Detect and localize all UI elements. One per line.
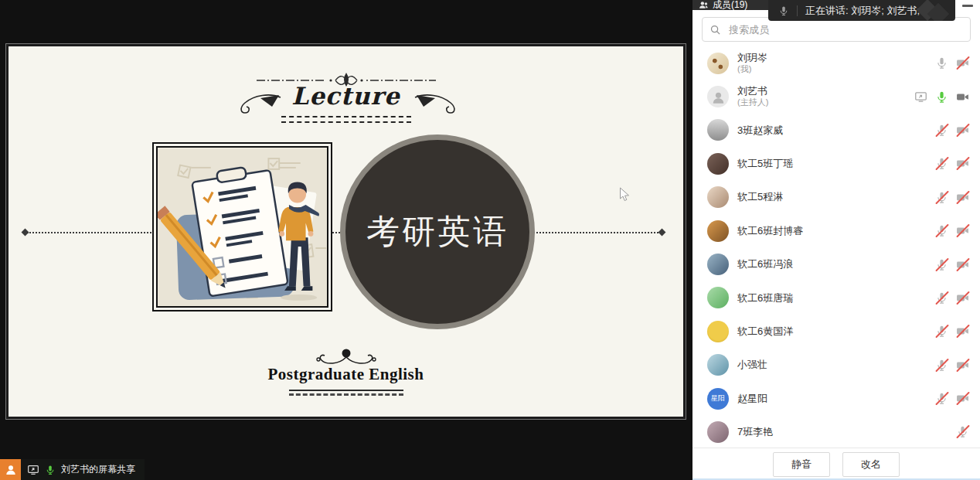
mic-muted-icon[interactable] bbox=[935, 325, 948, 338]
mic-muted-icon[interactable] bbox=[935, 191, 948, 204]
members-panel: 成员(19) 正在讲话: 刘玥岑; 刘艺书; 刘玥岑 (我) bbox=[692, 0, 980, 480]
member-name: 软工6黄国洋 bbox=[737, 325, 935, 338]
camera-off-icon[interactable] bbox=[956, 124, 969, 137]
mic-muted-icon[interactable] bbox=[935, 124, 948, 137]
member-name: 赵星阳 bbox=[737, 393, 935, 405]
participants-button[interactable] bbox=[0, 459, 21, 480]
presentation-slide: Lecture bbox=[6, 44, 686, 419]
camera-off-icon[interactable] bbox=[956, 56, 969, 70]
avatar bbox=[707, 421, 729, 443]
mic-muted-icon[interactable] bbox=[935, 291, 948, 305]
member-name: 软工6班唐瑞 bbox=[737, 292, 935, 305]
camera-off-icon[interactable] bbox=[956, 191, 969, 204]
mic-active-icon bbox=[45, 465, 56, 475]
screen-sharing-icon bbox=[914, 90, 927, 104]
member-row[interactable]: 软工6黄国洋 bbox=[692, 315, 980, 348]
members-header: 成员(19) bbox=[692, 0, 768, 10]
camera-off-icon[interactable] bbox=[956, 291, 969, 305]
member-row[interactable]: 软工6班唐瑞 bbox=[692, 281, 980, 315]
avatar bbox=[707, 254, 729, 275]
member-name: 软工6班冯浪 bbox=[737, 258, 935, 271]
member-name: 软工5班丁瑶 bbox=[737, 158, 935, 170]
member-row[interactable]: 3班赵家威 bbox=[692, 114, 980, 147]
avatar-initials: 星阳 bbox=[711, 393, 725, 403]
subtitle-solid-line bbox=[289, 390, 403, 391]
mic-muted-icon[interactable] bbox=[935, 359, 948, 372]
illustration-frame bbox=[152, 142, 332, 311]
mouse-cursor bbox=[619, 187, 631, 202]
member-row[interactable]: 软工5班丁瑶 bbox=[692, 147, 980, 180]
camera-off-icon[interactable] bbox=[956, 224, 969, 237]
mic-muted-icon[interactable] bbox=[935, 258, 948, 271]
member-row[interactable]: 刘玥岑 (我) bbox=[692, 46, 980, 80]
member-row[interactable]: 软工5程淋 bbox=[692, 181, 980, 214]
dashed-underline bbox=[281, 116, 411, 123]
avatar bbox=[707, 86, 729, 107]
left-swirl-ornament bbox=[237, 91, 282, 116]
avatar bbox=[707, 220, 729, 242]
slide-title: 考研英语 bbox=[366, 209, 509, 254]
member-name: 刘玥岑 bbox=[737, 52, 935, 64]
avatar bbox=[707, 186, 729, 208]
mic-muted-icon[interactable] bbox=[956, 425, 969, 438]
avatar bbox=[707, 321, 729, 342]
people-icon bbox=[699, 0, 709, 10]
checklist-illustration bbox=[158, 148, 328, 308]
avatar bbox=[707, 119, 729, 141]
member-name: 软工5程淋 bbox=[737, 191, 935, 203]
member-row[interactable]: 刘艺书 (主持人) bbox=[692, 80, 980, 113]
mic-icon bbox=[778, 5, 789, 16]
panel-footer: 静音 改名 bbox=[692, 448, 980, 480]
share-bar-label: 刘艺书的屏幕共享 bbox=[61, 463, 135, 476]
camera-off-icon[interactable] bbox=[956, 157, 969, 170]
camera-off-icon[interactable] bbox=[956, 392, 969, 405]
member-name: 软工6班封博睿 bbox=[737, 225, 935, 237]
member-row[interactable]: 软工6班冯浪 bbox=[692, 247, 980, 281]
mic-muted-icon[interactable] bbox=[935, 157, 948, 170]
speaking-toast-text: 正在讲话: 刘玥岑; 刘艺书; bbox=[805, 4, 920, 18]
member-name: 小强壮 bbox=[737, 359, 935, 371]
toast-separator bbox=[797, 5, 798, 16]
right-swirl-ornament bbox=[413, 91, 458, 116]
divider-diamond-left bbox=[22, 229, 29, 237]
member-list[interactable]: 刘玥岑 (我) 刘艺书 (主持人) 3班赵家威 bbox=[692, 46, 980, 448]
mic-muted-icon[interactable] bbox=[935, 224, 948, 237]
slide-eyebrow-text: Lecture bbox=[291, 82, 400, 110]
mic-idle-icon[interactable] bbox=[935, 56, 948, 70]
member-name: 7班李艳 bbox=[737, 426, 956, 438]
member-row[interactable]: 小强壮 bbox=[692, 349, 980, 382]
mic-speaking-icon[interactable] bbox=[935, 90, 948, 104]
member-row[interactable]: 软工6班封博睿 bbox=[692, 214, 980, 247]
rename-button[interactable]: 改名 bbox=[842, 452, 900, 477]
person-icon bbox=[5, 464, 17, 476]
camera-on-icon[interactable] bbox=[956, 90, 969, 104]
camera-off-icon[interactable] bbox=[956, 258, 969, 271]
camera-off-icon[interactable] bbox=[956, 325, 969, 338]
members-count-label: 成员(19) bbox=[713, 0, 747, 10]
member-role: (我) bbox=[737, 64, 935, 75]
screen-share-toolbar: 刘艺书的屏幕共享 bbox=[0, 459, 145, 480]
mic-muted-icon[interactable] bbox=[935, 392, 948, 405]
minimize-button[interactable] bbox=[962, 5, 973, 7]
member-name: 刘艺书 bbox=[737, 85, 914, 97]
member-role: (主持人) bbox=[737, 97, 914, 108]
camera-off-icon[interactable] bbox=[956, 359, 969, 372]
divider-diamond-right bbox=[658, 229, 666, 237]
subtitle-dashed-line bbox=[289, 393, 403, 396]
mute-button[interactable]: 静音 bbox=[773, 452, 830, 477]
member-row[interactable]: 星阳 赵星阳 bbox=[692, 382, 980, 415]
avatar: 星阳 bbox=[707, 388, 729, 410]
screen-share-region: Lecture bbox=[0, 0, 692, 480]
search-icon bbox=[709, 24, 721, 36]
default-person-icon bbox=[711, 90, 726, 105]
member-name: 3班赵家威 bbox=[737, 124, 935, 137]
avatar bbox=[707, 53, 729, 74]
search-input[interactable] bbox=[727, 23, 963, 36]
member-row[interactable]: 7班李艳 bbox=[692, 415, 980, 448]
speaking-toast: 正在讲话: 刘玥岑; 刘艺书; bbox=[768, 0, 955, 21]
screen-share-icon bbox=[27, 464, 39, 476]
avatar bbox=[707, 354, 729, 376]
title-circle: 考研英语 bbox=[340, 134, 535, 329]
avatar bbox=[707, 287, 729, 308]
bottom-ornament bbox=[298, 348, 394, 366]
